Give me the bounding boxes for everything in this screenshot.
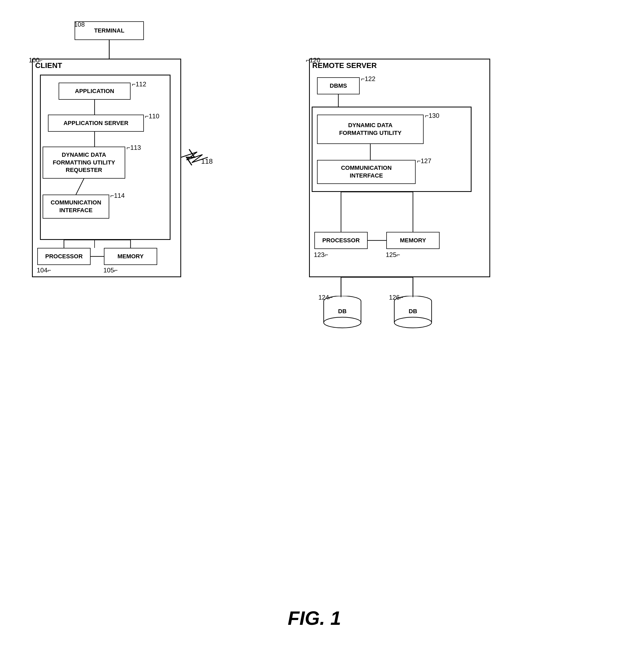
terminal-ref: 108: [74, 21, 85, 28]
processor-server-ref: 123⌐: [314, 251, 328, 259]
dbms-label: DBMS: [330, 82, 347, 90]
ddfu-req-ref: ⌐113: [127, 144, 141, 151]
terminal-box: TERMINAL: [75, 21, 144, 40]
memory-server-label: MEMORY: [400, 237, 426, 244]
svg-text:DB: DB: [409, 308, 417, 315]
svg-point-35: [394, 317, 432, 328]
memory-server-ref: 125⌐: [386, 251, 400, 259]
figure-label: FIG. 1: [288, 607, 341, 629]
processor-client-ref: 104⌐: [37, 267, 51, 274]
comm-interface-client-box: COMMUNICATIONINTERFACE: [43, 195, 109, 219]
comm-interface-server-label: COMMUNICATIONINTERFACE: [341, 164, 392, 179]
memory-client-box: MEMORY: [104, 248, 157, 265]
app-server-ref: ⌐110: [145, 113, 159, 120]
client-label: CLIENT: [35, 61, 62, 70]
processor-server-box: PROCESSOR: [314, 232, 368, 249]
ddfu-server-ref: ⌐130: [425, 112, 439, 119]
ddfu-server-label: DYNAMIC DATAFORMATTING UTILITY: [339, 122, 401, 137]
dbms-ref: ⌐122: [361, 75, 375, 82]
ddfu-server-box: DYNAMIC DATAFORMATTING UTILITY: [317, 115, 424, 144]
app-server-label: APPLICATION SERVER: [64, 119, 128, 127]
svg-text:DB: DB: [338, 308, 347, 315]
terminal-label: TERMINAL: [94, 27, 124, 35]
svg-point-29: [324, 317, 361, 328]
db1-ref: 124⌐: [318, 294, 333, 301]
comm-int-server-ref: ⌐127: [417, 157, 431, 165]
dbms-box: DBMS: [317, 77, 360, 94]
memory-client-ref: 105⌐: [103, 267, 118, 274]
processor-client-box: PROCESSOR: [37, 248, 91, 265]
application-box: APPLICATION: [59, 82, 130, 100]
processor-server-label: PROCESSOR: [322, 237, 360, 244]
ddfu-requester-label: DYNAMIC DATAFORMATTING UTILITYREQUESTER: [53, 151, 115, 174]
ddfu-requester-box: DYNAMIC DATAFORMATTING UTILITYREQUESTER: [43, 147, 125, 178]
db2-ref: 126⌐: [389, 294, 403, 301]
comm-interface-client-label: COMMUNICATIONINTERFACE: [51, 199, 101, 214]
db2-cylinder: DB: [392, 296, 434, 332]
db1-cylinder: DB: [321, 296, 364, 332]
processor-client-label: PROCESSOR: [45, 253, 83, 260]
memory-client-label: MEMORY: [118, 253, 144, 260]
memory-server-box: MEMORY: [386, 232, 439, 249]
application-ref: ⌐112: [132, 80, 146, 88]
server-label: REMOTE SERVER: [312, 61, 377, 70]
app-server-box: APPLICATION SERVER: [48, 115, 144, 132]
comm-interface-server-box: COMMUNICATIONINTERFACE: [317, 160, 416, 184]
comm-int-client-ref: ⌐114: [110, 192, 125, 199]
application-label: APPLICATION: [75, 88, 114, 95]
